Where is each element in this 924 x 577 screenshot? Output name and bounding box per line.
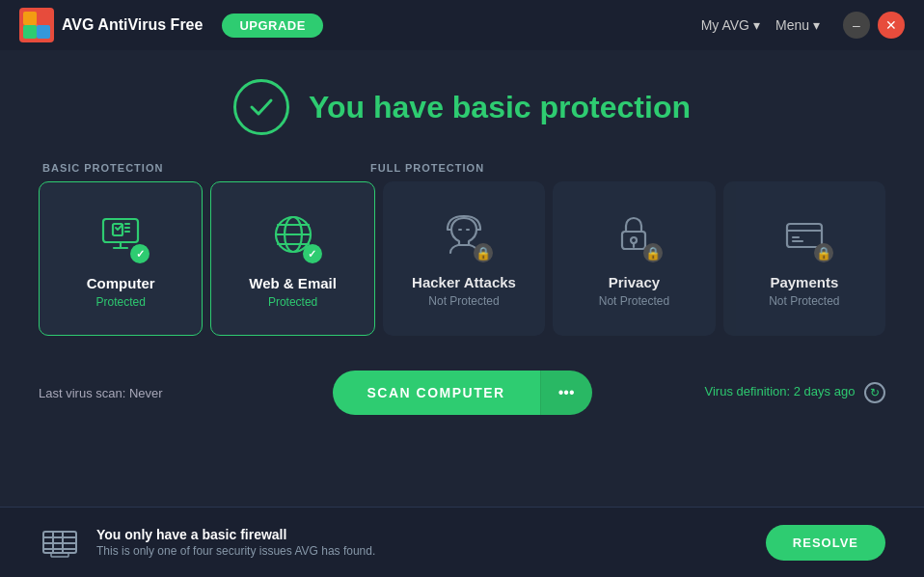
- avg-logo-icon: [19, 8, 54, 42]
- computer-card-title: Computer: [87, 275, 155, 291]
- card-web-email[interactable]: ✓ Web & Email Protected: [210, 181, 374, 336]
- hacker-card-icon: 🔒: [435, 205, 493, 262]
- web-email-card-title: Web & Email: [249, 275, 337, 291]
- svg-rect-4: [23, 25, 37, 39]
- computer-status-dot: ✓: [130, 244, 149, 263]
- scan-more-button[interactable]: •••: [540, 371, 592, 415]
- main-content: You have basic protection BASIC PROTECTI…: [0, 50, 924, 355]
- hacker-card-status: Not Protected: [428, 294, 499, 308]
- notification-description: This is only one of four security issues…: [96, 544, 750, 558]
- bottom-bar: Last virus scan: Never SCAN COMPUTER •••…: [0, 371, 924, 415]
- card-privacy[interactable]: 🔒 Privacy Not Protected: [553, 181, 715, 336]
- notification-text: You only have a basic firewall This is o…: [96, 527, 750, 558]
- virus-definition-info: Virus definition: 2 days ago ↻: [592, 382, 886, 403]
- privacy-card-status: Not Protected: [599, 294, 669, 308]
- window-controls: – ✕: [843, 12, 905, 39]
- hacker-card-title: Hacker Attacks: [412, 274, 516, 290]
- privacy-status-dot: 🔒: [643, 243, 663, 262]
- svg-rect-5: [37, 25, 50, 39]
- scan-computer-button[interactable]: SCAN COMPUTER: [333, 371, 540, 415]
- firewall-icon: [39, 521, 81, 563]
- payments-card-status: Not Protected: [769, 294, 839, 308]
- svg-rect-3: [37, 12, 50, 25]
- logo-area: AVG AntiVirus Free UPGRADE: [19, 8, 701, 42]
- resolve-button[interactable]: RESOLVE: [766, 525, 885, 561]
- section-labels: BASIC PROTECTION FULL PROTECTION: [39, 162, 885, 174]
- chevron-down-icon: ▾: [813, 17, 820, 33]
- hacker-status-dot: 🔒: [474, 243, 493, 262]
- notification-title: You only have a basic firewall: [96, 527, 750, 542]
- close-button[interactable]: ✕: [878, 12, 905, 39]
- card-payments[interactable]: 🔒 Payments Not Protected: [723, 181, 885, 336]
- header-right: My AVG ▾ Menu ▾ – ✕: [701, 12, 905, 39]
- web-email-card-status: Protected: [268, 295, 317, 309]
- chevron-down-icon: ▾: [753, 17, 760, 33]
- card-computer[interactable]: ✓ Computer Protected: [39, 181, 203, 336]
- privacy-card-title: Privacy: [609, 274, 660, 290]
- svg-rect-2: [23, 12, 37, 25]
- status-check-circle: [233, 79, 289, 135]
- computer-card-status: Protected: [96, 295, 146, 309]
- privacy-card-icon: 🔒: [605, 205, 663, 262]
- minimize-button[interactable]: –: [843, 12, 870, 39]
- cards-row: ✓ Computer Protected ✓ Web & Email Prote…: [39, 181, 885, 336]
- menu-link[interactable]: Menu ▾: [775, 17, 820, 33]
- svg-rect-30: [51, 553, 68, 557]
- my-avg-link[interactable]: My AVG ▾: [701, 17, 760, 33]
- status-text: You have basic protection: [309, 90, 691, 125]
- payments-card-icon: 🔒: [775, 205, 833, 262]
- checkmark-icon: [248, 94, 275, 121]
- web-email-card-icon: ✓: [264, 206, 322, 263]
- payments-card-title: Payments: [770, 274, 838, 290]
- status-banner: You have basic protection: [39, 79, 885, 135]
- svg-rect-6: [103, 219, 138, 242]
- last-scan-info: Last virus scan: Never: [39, 386, 333, 400]
- refresh-icon[interactable]: ↻: [864, 382, 885, 403]
- payments-status-dot: 🔒: [814, 243, 833, 262]
- header: AVG AntiVirus Free UPGRADE My AVG ▾ Menu…: [0, 0, 924, 50]
- computer-card-icon: ✓: [92, 206, 149, 263]
- basic-protection-label: BASIC PROTECTION: [42, 162, 370, 174]
- scan-button-group: SCAN COMPUTER •••: [333, 371, 592, 415]
- app-name: AVG AntiVirus Free: [62, 16, 203, 34]
- notification-bar: You only have a basic firewall This is o…: [0, 507, 924, 577]
- svg-rect-20: [787, 224, 822, 247]
- web-email-status-dot: ✓: [303, 244, 322, 263]
- upgrade-button[interactable]: UPGRADE: [222, 14, 323, 38]
- full-protection-label: FULL PROTECTION: [370, 162, 882, 174]
- card-hacker-attacks[interactable]: 🔒 Hacker Attacks Not Protected: [383, 181, 545, 336]
